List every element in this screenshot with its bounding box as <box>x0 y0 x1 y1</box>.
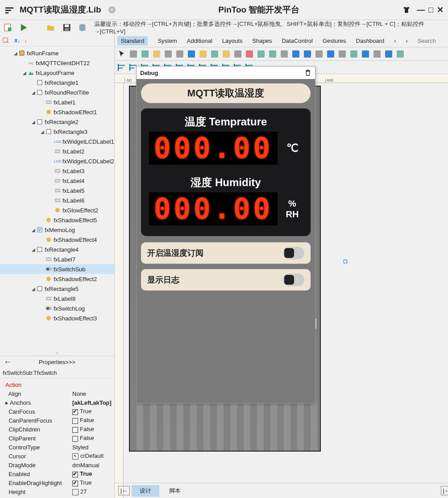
prop-ClipParent[interactable]: ClipParentFalse <box>0 434 114 443</box>
tabs-prev-icon[interactable]: ‹ <box>394 37 396 44</box>
palette-icon-17[interactable] <box>326 50 335 58</box>
trash-icon[interactable] <box>304 69 311 76</box>
prop-CanParentFocus[interactable]: CanParentFocusFalse <box>0 416 114 425</box>
prop-Action[interactable]: Action <box>0 380 114 389</box>
palette-icon-20[interactable] <box>361 50 370 58</box>
palette-icon-22[interactable] <box>384 50 393 58</box>
tree-item-fxRoundRectTitle[interactable]: ◢fxRoundRectTitle <box>0 87 114 97</box>
tree-expand-icon[interactable] <box>3 37 10 44</box>
tree-paste-icon[interactable]: ↓ <box>25 38 27 43</box>
shirt-icon[interactable] <box>402 6 411 14</box>
tree-item-fxLabel7[interactable]: fxLabel7 <box>0 254 114 264</box>
palette-icon-19[interactable] <box>349 50 358 58</box>
cursor-icon[interactable] <box>117 50 126 58</box>
tree-item-fxLabel5[interactable]: fxLabel5 <box>0 186 114 195</box>
palette-icon-6[interactable] <box>199 50 207 58</box>
tree-item-fxWidgetLCDLabel2[interactable]: LCDfxWidgetLCDLabel2 <box>0 156 114 166</box>
tree-item-fxGlowEffect2[interactable]: fxGlowEffect2 <box>0 205 114 215</box>
run-icon[interactable] <box>19 23 28 32</box>
tree-item-fxRunFrame[interactable]: ◢fxRunFrame <box>0 48 114 58</box>
palette-icon-0[interactable] <box>129 50 138 58</box>
tree-item-fxSwitchLog[interactable]: fxSwitchLog <box>0 303 114 313</box>
prop-CanFocus[interactable]: CanFocusTrue <box>0 407 114 416</box>
tree-item-fxRectangle4[interactable]: ◢fxRectangle4 <box>0 245 114 254</box>
tree-item-fxRectangle3[interactable]: ◢fxRectangle3 <box>0 127 114 137</box>
component-palette[interactable] <box>115 47 448 61</box>
tree-item-fxWidgetLCDLabel1[interactable]: LCDfxWidgetLCDLabel1 <box>0 137 114 146</box>
tree-cut-icon[interactable]: X↓ <box>14 38 20 43</box>
structure-tree[interactable]: ◢fxRunFramemqfxMQTTClientDHT22◢fxLayoutF… <box>0 46 114 350</box>
tree-item-fxMQTTClientDHT22[interactable]: mqfxMQTTClientDHT22 <box>0 58 114 68</box>
new-icon[interactable] <box>4 23 12 32</box>
prop-Cursor[interactable]: Cursor↖crDefault <box>0 452 114 461</box>
palette-icon-15[interactable] <box>303 50 312 58</box>
palette-icon-8[interactable] <box>222 50 231 58</box>
tab-layouts[interactable]: Layouts <box>222 37 243 44</box>
palette-icon-23[interactable] <box>396 50 405 58</box>
back-design-icon[interactable]: |← <box>118 486 130 495</box>
palette-icon-18[interactable] <box>338 50 347 58</box>
palette-icon-10[interactable] <box>245 50 254 58</box>
prop-ControlType[interactable]: ControlTypeStyled <box>0 443 114 452</box>
tree-item-fxShadowEffect2[interactable]: fxShadowEffect2 <box>0 274 114 284</box>
palette-icon-12[interactable] <box>268 50 277 58</box>
resize-handle[interactable] <box>344 260 347 263</box>
tab-system[interactable]: System <box>158 37 177 44</box>
tree-item-fxLabel4[interactable]: fxLabel4 <box>0 176 114 186</box>
prop-Enabled[interactable]: EnabledTrue <box>0 469 114 478</box>
tab-gestures[interactable]: Gestures <box>323 37 346 44</box>
save-icon[interactable] <box>62 23 71 32</box>
tab-design[interactable]: 设计 <box>132 485 159 497</box>
search-input[interactable] <box>418 37 448 44</box>
tree-item-fxShadowEffect3[interactable]: fxShadowEffect3 <box>0 313 114 323</box>
palette-icon-11[interactable] <box>257 50 265 58</box>
tree-item-fxLabel6[interactable]: fxLabel6 <box>0 195 114 205</box>
tree-item-fxLayoutFrame[interactable]: ◢fxLayoutFrame <box>0 68 114 78</box>
palette-icon-2[interactable] <box>152 50 161 58</box>
tabs-next-icon[interactable]: › <box>406 37 408 44</box>
prop-Align[interactable]: AlignNone <box>0 389 114 398</box>
tree-item-fxShadowEffect4[interactable]: fxShadowEffect4 <box>0 235 114 245</box>
palette-icon-5[interactable] <box>187 50 196 58</box>
tab-standard[interactable]: Standard <box>117 36 148 46</box>
tab-dashboard[interactable]: Dashboard <box>356 37 385 44</box>
props-back-icon[interactable]: ← <box>4 357 12 367</box>
forward-icon[interactable]: |← <box>441 486 448 495</box>
tree-item-fxLabel2[interactable]: fxLabel2 <box>0 146 114 156</box>
open-icon[interactable] <box>46 23 55 32</box>
debug-window[interactable]: Debug MQTT读取温湿度 温度 Temprature 000.00 ℃ 湿… <box>136 66 315 403</box>
props-title[interactable]: Properties>>> <box>39 359 75 365</box>
close-file-icon[interactable]: × <box>108 6 116 13</box>
tree-item-fxRectangle1[interactable]: fxRectangle1 <box>0 78 114 87</box>
tab-datacontrol[interactable]: DataControl <box>282 37 312 44</box>
tree-item-fxLabel1[interactable]: fxLabel1 <box>0 97 114 107</box>
palette-icon-13[interactable] <box>280 50 289 58</box>
tree-item-fxShadowEffect1[interactable]: fxShadowEffect1 <box>0 107 114 117</box>
tab-additional[interactable]: Additional <box>187 37 212 44</box>
palette-icon-7[interactable] <box>210 50 219 58</box>
tree-item-fxLabel3[interactable]: fxLabel3 <box>0 166 114 176</box>
align-left-icon[interactable] <box>117 63 126 72</box>
palette-icon-14[interactable] <box>291 50 300 58</box>
tree-item-fxMemoLog[interactable]: ◢fxMemoLog <box>0 225 114 235</box>
prop-ClipChildren[interactable]: ClipChildrenFalse <box>0 425 114 434</box>
database-icon[interactable] <box>78 23 87 32</box>
close-button[interactable]: ✕ <box>437 5 444 15</box>
properties-panel[interactable]: Action AlignNone▸ Anchors[akLeft,akTop] … <box>0 378 114 498</box>
tab-script[interactable]: 脚本 <box>161 485 189 497</box>
tree-item-fxSwitchSub[interactable]: fxSwitchSub <box>0 264 114 274</box>
prop-Anchors[interactable]: ▸ Anchors[akLeft,akTop] <box>0 398 114 407</box>
minimize-button[interactable]: — <box>417 5 425 15</box>
tree-item-fxLabel8[interactable]: fxLabel8 <box>0 294 114 303</box>
palette-icon-21[interactable] <box>373 50 382 58</box>
palette-icon-1[interactable] <box>141 50 149 58</box>
palette-icon-16[interactable] <box>315 50 324 58</box>
maximize-button[interactable]: □ <box>428 5 433 15</box>
tree-item-fxRectangle2[interactable]: ◢fxRectangle2 <box>0 117 114 127</box>
switch-log[interactable] <box>283 274 304 286</box>
tab-shapes[interactable]: Shapes <box>252 37 272 44</box>
tree-item-fxShadowEffect5[interactable]: fxShadowEffect5 <box>0 215 114 225</box>
prop-Height[interactable]: Height27 <box>0 487 114 496</box>
palette-icon-9[interactable] <box>233 50 242 58</box>
prop-DragMode[interactable]: DragModedmManual <box>0 461 114 469</box>
